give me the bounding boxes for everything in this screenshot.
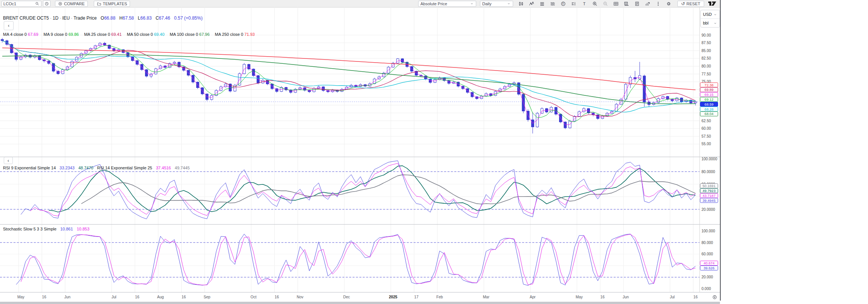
unit-select[interactable]: bbl (701, 19, 720, 27)
table-icon (613, 1, 619, 6)
svg-text:80.000: 80.000 (701, 241, 713, 245)
compare-button[interactable]: COMPARE (55, 1, 88, 7)
symbol-legend[interactable]: BRENT CRUDE OCT5·1D·IEU·Trade Price O66.… (3, 15, 203, 21)
unit-value: bbl (703, 21, 709, 25)
svg-text:62.50: 62.50 (701, 119, 711, 123)
table-button[interactable] (613, 1, 619, 6)
symbol-search-input[interactable]: LCOc1 (2, 1, 41, 7)
close-value: 67.46 (159, 15, 170, 21)
svg-text:40.674: 40.674 (703, 261, 714, 265)
stochastic-series (16, 234, 695, 286)
baseline-button[interactable] (570, 1, 577, 6)
svg-text:16: 16 (694, 295, 698, 299)
text-tool-button[interactable]: T (581, 1, 588, 6)
svg-text:Mar: Mar (483, 295, 490, 299)
zoom-in-button[interactable] (591, 1, 598, 6)
svg-text:80.00: 80.00 (701, 64, 711, 68)
more-options-button[interactable] (655, 1, 662, 6)
news-button[interactable] (634, 1, 640, 6)
baseline-icon (571, 1, 576, 6)
symbol-title: BRENT CRUDE OCT5 (3, 15, 49, 21)
plus-circle-icon (58, 2, 63, 6)
tradingview-logo (708, 0, 719, 7)
price-mode-select[interactable]: Absolute Price (418, 1, 476, 7)
tradingview-chart-window: LCOc1 COMPARE TEMPLATES Absolute Price (0, 0, 868, 304)
ma-legend-item: MA 250 close 0 71.93 (215, 32, 255, 37)
symbol-text: LCOc1 (3, 2, 16, 6)
chevron-down-icon (713, 12, 717, 17)
high-value: 67.58 (122, 15, 134, 21)
stochastic-axis-value-labels: 40.67439.626 (700, 261, 718, 270)
rsi14-value: 37.4516 (156, 166, 171, 170)
column-chart-button[interactable] (539, 1, 546, 6)
low-value: 66.83 (141, 15, 152, 21)
export-chart-button[interactable] (644, 1, 651, 6)
events-icon: E (561, 1, 566, 6)
rsi9-smooth-value: 48.7470 (78, 166, 93, 170)
collapse-main-pane-button[interactable]: ‹ (4, 21, 14, 30)
svg-text:77.50: 77.50 (701, 72, 711, 76)
svg-text:55.00: 55.00 (701, 142, 711, 146)
area-chart-button[interactable] (528, 1, 535, 6)
reset-label: RESET (686, 2, 700, 6)
svg-text:100.0000: 100.0000 (701, 157, 717, 161)
waves-icon (550, 1, 555, 6)
settings-gear-button[interactable] (665, 1, 672, 6)
grid-lines (0, 7, 700, 292)
more-options-icon (656, 1, 661, 6)
stochastic-axis[interactable]: 100.00080.00060.00040.00020.0000.000 (701, 229, 715, 291)
svg-text:T: T (583, 1, 586, 6)
svg-text:Apr: Apr (530, 295, 536, 299)
svg-text:69.89: 69.89 (704, 88, 714, 92)
ma-legend[interactable]: MA 4 close 0 67.69MA 9 close 0 69.86MA 2… (3, 32, 260, 37)
svg-text:Jul: Jul (670, 295, 675, 299)
horizontal-scrollbar[interactable] (0, 302, 720, 304)
rsi9-label: RSI 9 Exponential Simple 14 (3, 166, 56, 170)
svg-text:16: 16 (42, 295, 47, 299)
svg-text:60.000: 60.000 (701, 252, 713, 256)
svg-text:Feb: Feb (436, 295, 443, 299)
candlestick-chart-icon (518, 1, 524, 6)
interval-history-button[interactable] (43, 0, 50, 7)
events-button[interactable]: E (560, 1, 567, 6)
svg-text:Sep: Sep (204, 295, 211, 299)
ma-legend-item: MA 9 close 0 69.86 (44, 32, 79, 37)
collapse-rsi-pane-button[interactable]: ‹ (4, 157, 13, 164)
stochastic-d-value: 10.853 (77, 227, 90, 231)
interval-select[interactable]: Daily (480, 1, 513, 7)
stochastic-legend[interactable]: Stochastic Slow 5 3 3 Simple 10.861 10.8… (3, 227, 89, 231)
svg-text:90.00: 90.00 (701, 33, 711, 37)
svg-text:16: 16 (275, 295, 279, 299)
search-icon (35, 2, 40, 6)
svg-text:Jul: Jul (112, 295, 116, 299)
svg-text:0.000: 0.000 (701, 287, 711, 291)
svg-text:68.04: 68.04 (704, 112, 714, 116)
rsi14-smooth-value: 49.7445 (175, 166, 190, 170)
svg-text:16: 16 (601, 295, 605, 299)
rsi-legend[interactable]: RSI 9 Exponential Simple 14 33.2343 48.7… (3, 166, 190, 170)
svg-text:16: 16 (182, 295, 186, 299)
rsi14-label: RSI 14 Exponential Simple 25 (97, 166, 152, 170)
chevron-down-icon (507, 2, 511, 6)
templates-button[interactable]: TEMPLATES (94, 1, 130, 7)
svg-text:43.7187: 43.7187 (703, 193, 715, 198)
svg-text:39.626: 39.626 (703, 266, 714, 270)
stochastic-k-value: 10.861 (60, 227, 73, 231)
ma-legend-item: MA 50 close 0 69.40 (127, 32, 165, 37)
svg-text:16: 16 (135, 295, 140, 299)
svg-text:May: May (576, 295, 583, 299)
candlestick-chart-button[interactable] (518, 1, 524, 6)
change-value: 0.57 (+0.85%) (174, 15, 203, 21)
chart-area[interactable]: 90.0087.5085.0082.5080.0077.5075.0072.50… (0, 7, 721, 304)
time-axis[interactable]: May16JunJul16Aug16SepOct16NovDec202517Fe… (17, 295, 698, 299)
waves-button[interactable] (549, 1, 556, 6)
settings-icon[interactable] (713, 296, 717, 299)
column-chart-icon (539, 1, 545, 6)
currency-select[interactable]: USD (701, 10, 720, 19)
reset-button[interactable]: ↺ RESET (677, 1, 704, 7)
svg-text:20.000: 20.000 (701, 275, 713, 279)
folder-icon (97, 2, 101, 6)
chevron-down-icon (713, 21, 717, 25)
add-pane-button[interactable] (623, 1, 630, 6)
svg-text:68.59: 68.59 (704, 102, 714, 106)
